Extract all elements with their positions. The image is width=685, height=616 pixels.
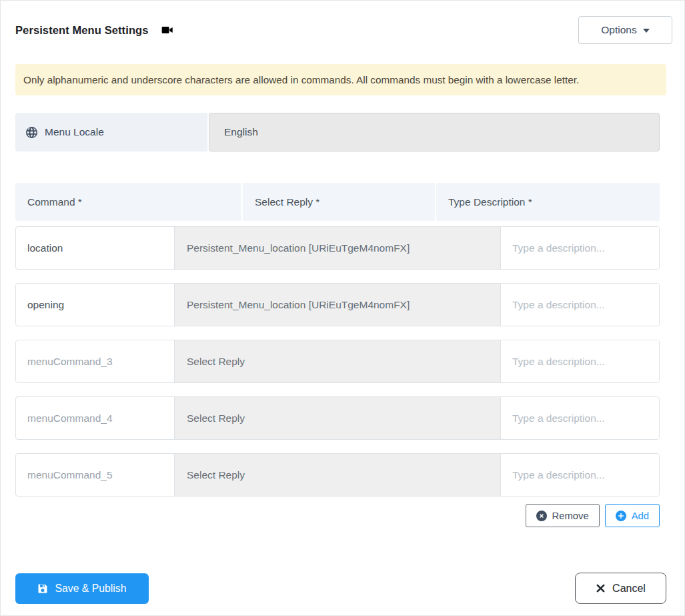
options-button-label: Options (601, 24, 636, 36)
footer: Save & Publish Cancel (15, 573, 666, 604)
select-reply-dropdown[interactable]: Persistent_Menu_location [URiEuTgeM4nomF… (175, 284, 501, 326)
select-reply-text: Persistent_Menu_location [URiEuTgeM4nomF… (187, 299, 410, 311)
table-row: Persistent_Menu_location [URiEuTgeM4nomF… (15, 283, 660, 326)
table-row: Select Reply (15, 396, 660, 440)
column-header-select-reply: Select Reply * (243, 183, 435, 221)
command-input[interactable] (16, 284, 174, 326)
menu-locale-value[interactable]: English (209, 113, 660, 151)
description-input[interactable] (501, 340, 659, 382)
select-reply-text: Persistent_Menu_location [URiEuTgeM4nomF… (187, 242, 410, 254)
description-input[interactable] (501, 284, 659, 326)
description-input[interactable] (501, 227, 659, 269)
column-header-type-description: Type Description * (436, 183, 660, 221)
command-input[interactable] (16, 454, 174, 496)
remove-row-button-label: Remove (552, 511, 589, 521)
command-cell (16, 454, 175, 496)
description-input[interactable] (501, 454, 659, 496)
table-row: Persistent_Menu_location [URiEuTgeM4nomF… (15, 226, 660, 270)
select-reply-dropdown[interactable]: Select Reply (175, 397, 501, 439)
command-input[interactable] (16, 340, 174, 382)
description-input[interactable] (501, 397, 659, 439)
options-button[interactable]: Options (578, 16, 672, 44)
page-title: Persistent Menu Settings (15, 24, 149, 37)
select-reply-dropdown[interactable]: Select Reply (175, 340, 501, 382)
topbar: Persistent Menu Settings Options (1, 1, 684, 44)
circle-x-icon (536, 511, 547, 521)
description-cell (501, 227, 659, 269)
remove-row-button[interactable]: Remove (526, 504, 600, 527)
persistent-menu-settings-panel: Persistent Menu Settings Options Only al… (0, 0, 685, 616)
save-publish-button-label: Save & Publish (55, 583, 126, 595)
row-actions: Remove Add (15, 504, 660, 527)
videocam-icon[interactable] (161, 23, 174, 37)
command-cell (16, 340, 175, 382)
command-input[interactable] (16, 227, 174, 269)
command-input[interactable] (16, 397, 174, 439)
floppy-save-icon (37, 583, 48, 594)
command-cell (16, 284, 175, 326)
menu-locale-value-text: English (224, 126, 258, 138)
cancel-button[interactable]: Cancel (575, 573, 666, 604)
command-rules-alert-text: Only alphanumeric and underscore charact… (23, 74, 579, 85)
menu-locale-label-text: Menu Locale (45, 126, 104, 138)
menu-locale-row: Menu Locale English (15, 113, 660, 151)
description-cell (501, 397, 659, 439)
circle-plus-icon (616, 511, 626, 521)
select-reply-dropdown[interactable]: Select Reply (175, 454, 501, 496)
save-publish-button[interactable]: Save & Publish (15, 573, 149, 604)
add-row-button-label: Add (632, 511, 649, 521)
description-cell (501, 340, 659, 382)
select-reply-text: Select Reply (187, 469, 245, 481)
description-cell (501, 454, 659, 496)
command-cell (16, 227, 175, 269)
add-row-button[interactable]: Add (605, 504, 660, 527)
table-row: Select Reply (15, 453, 660, 497)
cancel-button-label: Cancel (612, 583, 646, 595)
caret-down-icon (643, 29, 650, 33)
globe-icon (26, 127, 37, 138)
select-reply-dropdown[interactable]: Persistent_Menu_location [URiEuTgeM4nomF… (175, 227, 501, 269)
menu-locale-label: Menu Locale (15, 113, 207, 151)
column-header-command: Command * (15, 183, 241, 221)
command-rules-alert: Only alphanumeric and underscore charact… (15, 64, 666, 95)
select-reply-text: Select Reply (187, 412, 245, 424)
command-cell (16, 397, 175, 439)
description-cell (501, 284, 659, 326)
table-header-row: Command * Select Reply * Type Descriptio… (15, 183, 660, 221)
x-icon (596, 583, 606, 593)
command-rows: Persistent_Menu_location [URiEuTgeM4nomF… (1, 226, 684, 497)
table-row: Select Reply (15, 340, 660, 383)
select-reply-text: Select Reply (187, 356, 245, 368)
